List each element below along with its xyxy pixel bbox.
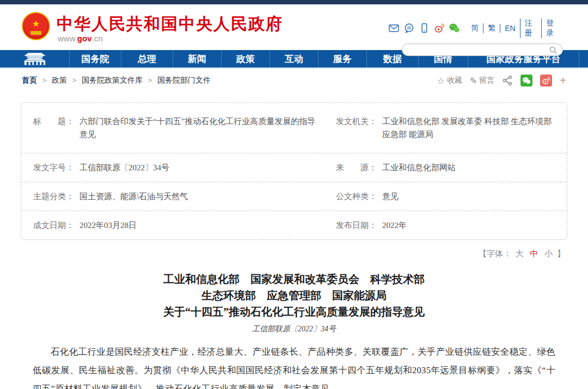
lang-simplified[interactable]: 简 [467, 23, 483, 33]
mail-icon[interactable] [389, 23, 399, 34]
weibo-icon[interactable] [434, 23, 445, 34]
window-top-bar [0, 0, 588, 4]
meta-value-doc-number: 工信部联原〔2022〕34号 [79, 161, 169, 174]
lang-english[interactable]: EN [500, 24, 519, 33]
nav-item-services[interactable]: 服务 [318, 50, 366, 67]
weibo-share-button[interactable] [540, 75, 552, 87]
breadcrumb-separator: > [148, 77, 152, 84]
pencil-icon: ✎ [470, 76, 477, 86]
wechat-icon[interactable] [449, 23, 460, 34]
nav-item-interaction[interactable]: 互动 [270, 50, 318, 67]
search-box[interactable] [402, 44, 563, 56]
document-number: 工信部联原〔2022〕34号 [33, 324, 555, 334]
search-icon[interactable] [549, 46, 558, 54]
meta-value-source: 工业和信息化部网站 [382, 161, 456, 174]
favorite-button[interactable]: ☆ 收藏 [437, 76, 462, 86]
meta-value-doc-type: 意见 [382, 190, 399, 203]
font-size-medium-button[interactable]: 中 [530, 249, 538, 258]
meta-value-title: 六部门联合印发关于“十四五”推动石化化工行业高质量发展的指导意见 [79, 115, 318, 141]
meta-row-category-type: 主题分类： 国土资源、能源\石油与天然气 公文种类： 意见 [21, 182, 567, 211]
meta-value-issuing-agency: 工业和信息化部 发展改革委 科技部 生态环境部 应急部 能源局 [382, 115, 561, 141]
meta-label-doc-number: 发文字号： [33, 161, 74, 174]
nav-item-news[interactable]: 新闻 [173, 50, 221, 67]
register-link[interactable]: 注册 [520, 18, 542, 38]
nav-item-state-council[interactable]: 国务院 [69, 50, 121, 67]
share-button[interactable] [502, 75, 513, 86]
star-outline-icon: ☆ [437, 76, 445, 86]
breadcrumb-separator: > [42, 77, 46, 84]
url-gov: gov [77, 34, 92, 43]
meta-label-source: 来 源： [336, 161, 377, 174]
more-share-button[interactable]: + [560, 75, 566, 86]
star-icon: ★ [32, 20, 40, 28]
site-url: www.gov.cn [58, 34, 103, 43]
font-size-small-button[interactable]: 小 [544, 249, 553, 258]
font-size-large-button[interactable]: 大 [516, 249, 524, 258]
meta-label-written-date: 成文日期： [33, 219, 74, 232]
meta-label-topic-category: 主题分类： [33, 190, 74, 203]
meta-row-title-agency: 标 题： 六部门联合印发关于“十四五”推动石化化工行业高质量发展的指导意见 发文… [21, 103, 567, 153]
breadcrumb-separator: > [72, 77, 76, 84]
breadcrumb-row: 首页 > 政策 > 国务院政策文件库 > 国务院部门文件 ☆ 收藏 ✎ 留言 + [0, 69, 588, 92]
meta-row-dates: 成文日期： 2022年03月28日 发布日期： 2022年 [21, 211, 567, 239]
document-title-line2: 生态环境部 应急管理部 国家能源局 [33, 287, 555, 304]
url-www: www. [58, 34, 77, 43]
breadcrumb-policy-library[interactable]: 国务院政策文件库 [82, 76, 143, 85]
favorite-label: 收藏 [447, 76, 462, 85]
breadcrumb-policy[interactable]: 政策 [52, 76, 67, 85]
comment-label: 留言 [479, 76, 494, 85]
document-title-line3: 关于“十四五”推动石化化工行业高质量发展的指导意见 [33, 304, 555, 320]
document-meta-table: 标 题： 六部门联合印发关于“十四五”推动石化化工行业高质量发展的指导意见 发文… [21, 102, 567, 240]
meta-value-written-date: 2022年03月28日 [79, 219, 137, 232]
language-links: 简 繁 EN 注册 登录 [467, 18, 563, 38]
site-title: 中华人民共和国中央人民政府 [57, 13, 283, 35]
font-size-controls: 【字体： 大 中 小 】 [0, 240, 588, 259]
nav-filler [579, 50, 588, 67]
nav-item-premier[interactable]: 总理 [121, 50, 173, 67]
meta-value-topic-category: 国土资源、能源\石油与天然气 [79, 190, 188, 203]
document-paragraph: 石化化工行业是国民经济支柱产业，经济总量大、产业链条长、产品种类多、关联覆盖广，… [33, 343, 555, 389]
meta-label-title: 标 题： [33, 115, 74, 141]
document-title-line1: 工业和信息化部 国家发展和改革委员会 科学技术部 [33, 271, 555, 287]
meta-label-issuing-agency: 发文机关： [336, 115, 377, 141]
meta-label-doc-type: 公文种类： [336, 190, 377, 203]
breadcrumb: 首页 > 政策 > 国务院政策文件库 > 国务院部门文件 [22, 76, 211, 85]
wechat-share-button[interactable] [520, 75, 532, 87]
nav-item-policy[interactable]: 政策 [221, 50, 270, 67]
message-icon[interactable] [404, 23, 414, 34]
url-cn: .cn [92, 34, 103, 43]
gate-shape [30, 31, 41, 35]
breadcrumb-home[interactable]: 首页 [22, 76, 37, 85]
document-title: 工业和信息化部 国家发展和改革委员会 科学技术部 生态环境部 应急管理部 国家能… [33, 271, 555, 320]
comment-button[interactable]: ✎ 留言 [470, 76, 494, 86]
lang-traditional[interactable]: 繁 [483, 23, 500, 33]
nav-home-icon[interactable] [0, 50, 69, 67]
search-input[interactable] [409, 45, 545, 55]
site-header: ★ 中华人民共和国中央人民政府 www.gov.cn 简 繁 [0, 4, 588, 50]
breadcrumb-department-documents[interactable]: 国务院部门文件 [157, 76, 211, 85]
login-link[interactable]: 登录 [541, 18, 563, 38]
meta-value-publish-date: 2022年 [382, 219, 407, 232]
emblem-icon: ★ [22, 12, 50, 40]
article-body: 工业和信息化部 国家发展和改革委员会 科学技术部 生态环境部 应急管理部 国家能… [0, 259, 588, 389]
national-emblem-logo[interactable]: ★ [22, 12, 52, 45]
meta-row-number-source: 发文字号： 工信部联原〔2022〕34号 来 源： 工业和信息化部网站 [21, 153, 567, 182]
font-controls-suffix: 】 [557, 249, 565, 258]
mobile-icon[interactable] [419, 23, 430, 34]
font-controls-prefix: 【字体： [479, 249, 511, 258]
meta-label-publish-date: 发布日期： [336, 219, 377, 232]
